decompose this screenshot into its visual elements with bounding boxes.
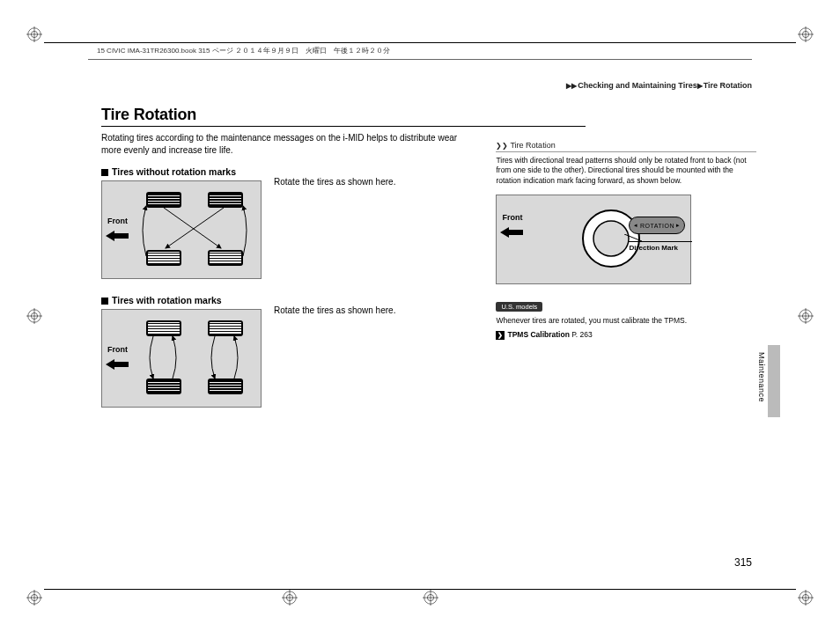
page-root: 15 CIVIC IMA-31TR26300.book 315 ページ ２０１４… — [0, 0, 840, 632]
right-arrow-icon: ▸ — [676, 222, 681, 229]
crop-line — [44, 589, 796, 590]
page-number: 315 — [734, 556, 752, 569]
page-title: Tire Rotation — [101, 106, 756, 124]
svg-line-32 — [164, 208, 221, 248]
svg-point-35 — [593, 221, 629, 256]
section-heading-label: Tires without rotation marks — [112, 166, 236, 177]
intro-text: Rotating tires according to the maintena… — [101, 132, 471, 156]
reference-icon: ❯ — [496, 331, 505, 340]
breadcrumb-part: Tire Rotation — [704, 81, 752, 90]
rotation-diagram-without-marks: Front — [101, 180, 262, 279]
front-label: Front — [107, 217, 128, 225]
registration-mark-icon — [798, 590, 814, 606]
main-column: Rotating tires according to the maintena… — [101, 132, 483, 423]
rotation-badge-label: ROTATION — [640, 223, 674, 229]
registration-mark-icon — [282, 590, 298, 606]
rotation-arrows-icon — [102, 181, 261, 278]
square-bullet-icon — [101, 169, 108, 176]
direction-mark-label: Direction Mark — [629, 241, 692, 252]
section-heading-without-marks: Tires without rotation marks — [101, 166, 483, 177]
header-rule — [88, 59, 752, 60]
side-heading-label: Tire Rotation — [510, 141, 555, 150]
breadcrumb-arrow-icon: ▶ — [697, 82, 703, 90]
breadcrumb: ▶▶Checking and Maintaining Tires▶Tire Ro… — [566, 81, 752, 90]
front-arrow-icon — [106, 231, 129, 241]
front-label: Front — [107, 345, 128, 354]
rotation-diagram-with-marks: Front — [101, 309, 262, 408]
section-tab — [768, 345, 780, 417]
registration-mark-icon — [26, 590, 42, 606]
left-arrow-icon: ◂ — [634, 222, 638, 229]
double-chevron-icon: ❯❯ — [496, 142, 508, 150]
instruction-text: Rotate the tires as shown here. — [274, 177, 395, 187]
instruction-text: Rotate the tires as shown here. — [274, 305, 395, 315]
breadcrumb-part: Checking and Maintaining Tires — [578, 81, 696, 90]
registration-mark-icon — [798, 26, 814, 42]
section-tab-label: Maintenance — [757, 352, 766, 402]
front-arrow-icon — [500, 227, 523, 238]
side-heading: ❯❯Tire Rotation — [496, 141, 756, 152]
registration-mark-icon — [798, 308, 814, 324]
square-bullet-icon — [101, 298, 108, 305]
tpms-ref-page: P. 263 — [571, 330, 592, 339]
svg-line-33 — [166, 208, 224, 248]
content-area: Tire Rotation Rotating tires according t… — [101, 106, 756, 570]
registration-mark-icon — [26, 26, 42, 42]
registration-mark-icon — [26, 308, 42, 324]
title-rule — [101, 126, 586, 127]
rotation-badge: ◂ ROTATION ▸ — [629, 217, 685, 234]
section-heading-with-marks: Tires with rotation marks — [101, 295, 483, 305]
breadcrumb-arrow-icon: ▶▶ — [566, 82, 577, 90]
front-label: Front — [502, 213, 522, 222]
section-heading-label: Tires with rotation marks — [112, 295, 222, 305]
document-meta: 15 CIVIC IMA-31TR26300.book 315 ページ ２０１４… — [97, 46, 390, 55]
svg-line-36 — [624, 234, 642, 241]
tpms-reference: ❯TPMS Calibration P. 263 — [496, 330, 756, 340]
side-column: ❯❯Tire Rotation Tires with directional t… — [496, 132, 756, 423]
us-models-badge: U.S. models — [496, 302, 542, 312]
crop-line — [44, 42, 796, 43]
rotation-arrows-icon — [102, 310, 261, 407]
side-text: Tires with directional tread patterns sh… — [496, 156, 756, 186]
direction-mark-diagram: Front ◂ ROTATION ▸ Direction Mark — [496, 195, 691, 284]
tpms-ref-label: TPMS Calibration — [507, 330, 569, 339]
front-arrow-icon — [106, 359, 129, 370]
registration-mark-icon — [423, 590, 438, 606]
tpms-note: Whenever tires are rotated, you must cal… — [496, 316, 756, 325]
